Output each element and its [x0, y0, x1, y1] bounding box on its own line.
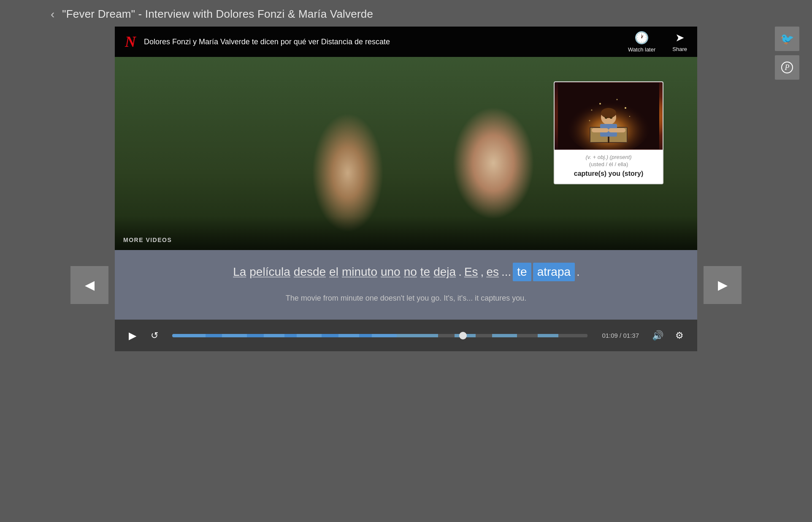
seg-16: [476, 334, 492, 337]
seg-20: [558, 334, 587, 337]
time-sep: /: [618, 332, 623, 339]
settings-icon: ⚙: [675, 330, 684, 341]
svg-point-19: [606, 117, 606, 118]
tooltip-illustration: [558, 83, 659, 149]
watch-later-button[interactable]: 🕐 Watch later: [628, 31, 655, 53]
social-sidebar: 🐦 P: [775, 27, 799, 80]
watch-later-label: Watch later: [628, 46, 655, 53]
word-la[interactable]: La: [232, 264, 247, 280]
progress-bar[interactable]: [172, 334, 587, 337]
volume-icon: 🔊: [652, 330, 663, 341]
seg-4: [247, 334, 263, 337]
more-videos-label: MORE VIDEOS: [123, 237, 172, 243]
spanish-sentence: La película desde el minuto uno no te de…: [149, 263, 663, 281]
next-sentence-button[interactable]: ▶: [704, 266, 742, 304]
volume-button[interactable]: 🔊: [650, 328, 665, 343]
time-current: 01:09: [602, 332, 618, 339]
content-wrapper: N Dolores Fonzi y María Valverde te dice…: [115, 27, 697, 351]
seg-1: [172, 334, 206, 337]
seg-5: [264, 334, 284, 337]
prev-sentence-button[interactable]: ◀: [70, 266, 108, 304]
seg-6: [284, 334, 297, 337]
translation-line: The movie from minute one doesn't let yo…: [149, 294, 663, 303]
tooltip-conjugation: (usted / él / ella): [560, 161, 657, 167]
svg-point-13: [601, 108, 616, 118]
back-button[interactable]: ‹: [51, 8, 54, 20]
video-overlay: [115, 216, 697, 250]
share-button[interactable]: ➤ Share: [672, 31, 687, 52]
word-es1[interactable]: Es: [463, 264, 479, 280]
netflix-bar: N Dolores Fonzi y María Valverde te dice…: [115, 27, 697, 57]
play-icon: ▶: [129, 330, 136, 342]
video-title-bar: Dolores Fonzi y María Valverde te dicen …: [144, 38, 620, 46]
time-display: 01:09 / 01:37: [602, 332, 639, 339]
main-area: N Dolores Fonzi y María Valverde te dice…: [0, 27, 812, 351]
clock-icon: 🕐: [634, 31, 649, 45]
page-title: "Fever Dream" - Interview with Dolores F…: [62, 8, 373, 21]
seg-17: [492, 334, 517, 337]
seg-7: [297, 334, 322, 337]
punct-3: ...: [501, 265, 511, 279]
seg-2: [206, 334, 222, 337]
replay-icon: ↺: [151, 330, 158, 341]
word-pelicula[interactable]: película: [249, 264, 291, 280]
word-el[interactable]: el: [328, 264, 339, 280]
seg-12: [397, 334, 413, 337]
share-icon: ➤: [675, 31, 685, 44]
tooltip-grammar: (v. + obj.) (present): [560, 154, 657, 160]
pinterest-button[interactable]: P: [775, 55, 799, 80]
word-tooltip: (v. + obj.) (present) (usted / él / ella…: [554, 81, 663, 184]
word-atrapa[interactable]: atrapa: [533, 263, 575, 281]
seg-19: [538, 334, 558, 337]
word-no[interactable]: no: [403, 264, 418, 280]
punct-1: .: [458, 265, 462, 279]
word-uno[interactable]: uno: [380, 264, 401, 280]
word-deja[interactable]: deja: [433, 264, 457, 280]
seg-14: [438, 334, 455, 337]
seg-13: [413, 334, 438, 337]
svg-rect-16: [609, 128, 625, 132]
netflix-logo: N: [125, 33, 135, 51]
tooltip-translation: capture(s) you (story): [560, 170, 657, 178]
seg-11: [372, 334, 397, 337]
word-es2[interactable]: es: [485, 264, 500, 280]
video-player[interactable]: N Dolores Fonzi y María Valverde te dice…: [115, 27, 697, 250]
twitter-icon: 🐦: [780, 32, 794, 46]
word-minuto[interactable]: minuto: [341, 264, 378, 280]
pinterest-icon: P: [781, 62, 793, 73]
svg-point-6: [629, 116, 630, 117]
share-label: Share: [672, 46, 687, 52]
punct-4: .: [577, 265, 580, 279]
seg-8: [322, 334, 338, 337]
seg-9: [338, 334, 359, 337]
svg-rect-15: [592, 128, 609, 132]
time-total: 01:37: [623, 332, 639, 339]
player-controls: ▶ ↺: [115, 320, 697, 351]
svg-text:P: P: [785, 63, 790, 72]
word-te2[interactable]: te: [513, 263, 531, 281]
tooltip-image: [555, 82, 663, 150]
subtitle-section: ◀ La película desde el minuto uno no te …: [115, 250, 697, 320]
svg-point-3: [617, 99, 618, 100]
word-te1[interactable]: te: [420, 264, 431, 280]
word-desde[interactable]: desde: [293, 264, 327, 280]
svg-point-2: [599, 103, 601, 105]
svg-point-4: [625, 107, 626, 109]
page-header: ‹ "Fever Dream" - Interview with Dolores…: [0, 0, 812, 27]
punct-2: ,: [481, 265, 484, 279]
twitter-button[interactable]: 🐦: [775, 27, 799, 51]
replay-button[interactable]: ↺: [147, 328, 162, 343]
svg-point-5: [591, 110, 593, 111]
play-button[interactable]: ▶: [125, 328, 140, 343]
settings-button[interactable]: ⚙: [672, 328, 687, 343]
seg-3: [222, 334, 247, 337]
progress-segments: [172, 334, 587, 337]
tooltip-content: (v. + obj.) (present) (usted / él / ella…: [555, 150, 663, 183]
svg-point-20: [611, 117, 612, 118]
svg-point-7: [589, 120, 590, 121]
seg-18: [517, 334, 538, 337]
seg-10: [359, 334, 372, 337]
progress-thumb: [459, 332, 467, 339]
